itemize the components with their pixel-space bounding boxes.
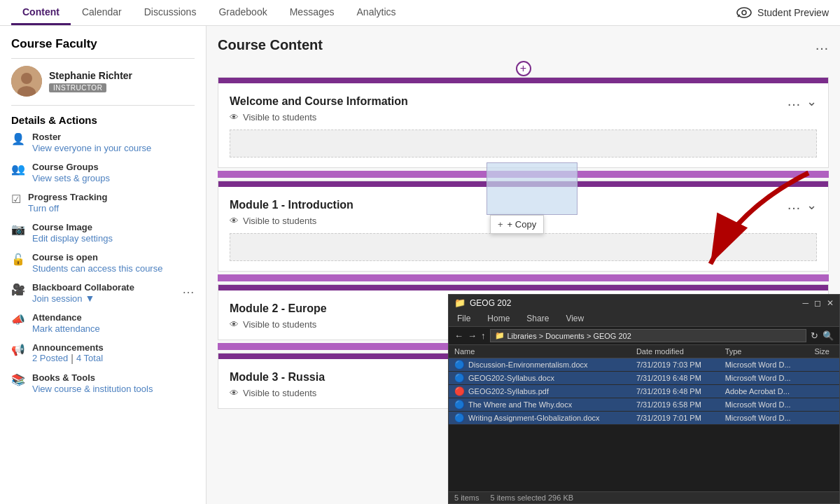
module-1-more[interactable]: … <box>787 197 801 213</box>
module-welcome-body: Welcome and Course Information … ⌄ 👁 Vis… <box>218 83 828 167</box>
student-preview-button[interactable]: Student Preview <box>736 7 829 18</box>
file-row[interactable]: 🔵 GEOG202-Syllabus.docx 7/31/2019 6:48 P… <box>449 372 839 385</box>
action-progress-content: Progress Tracking Turn off <box>28 192 107 214</box>
address-text: Libraries > Documents > GEOG 202 <box>507 332 631 340</box>
file-row[interactable]: 🔵 The Where and The Why.docx 7/31/2019 6… <box>449 398 839 412</box>
collab-dropdown-icon[interactable]: ▼ <box>85 293 95 304</box>
groups-link[interactable]: View sets & groups <box>32 173 110 183</box>
instructor-block: Stephanie Richter INSTRUCTOR <box>11 66 195 97</box>
roster-link[interactable]: View everyone in your course <box>32 143 151 153</box>
file-name: 🔵 GEOG202-Syllabus.docx <box>449 372 631 385</box>
tab-analytics[interactable]: Analytics <box>346 1 407 25</box>
video-icon: 🎥 <box>11 283 25 296</box>
file-date: 7/31/2019 6:48 PM <box>631 385 720 398</box>
module-welcome-visibility: 👁 Visible to students <box>230 112 817 122</box>
file-type: Adobe Acrobat D... <box>720 385 809 398</box>
explorer-nav: ← → ↑ 📁 Libraries > Documents > GEOG 202… <box>449 327 839 345</box>
explorer-statusbar: 5 items 5 items selected 296 KB <box>449 491 839 503</box>
nav-up-button[interactable]: ↑ <box>481 330 486 341</box>
module-welcome: Welcome and Course Information … ⌄ 👁 Vis… <box>218 77 829 168</box>
col-date[interactable]: Date modified <box>631 345 720 358</box>
sidebar-title: Course Faculty <box>11 37 195 51</box>
announcements-total-link[interactable]: 4 Total <box>76 353 103 364</box>
tab-calendar[interactable]: Calendar <box>71 1 133 25</box>
nav-forward-button[interactable]: → <box>468 330 477 341</box>
ribbon-tab-share[interactable]: Share <box>524 311 552 326</box>
status-items: 5 items <box>454 493 479 502</box>
module-1-name: Module 1 - Introduction <box>230 199 354 211</box>
tab-messages[interactable]: Messages <box>279 1 346 25</box>
top-navigation: Content Calendar Discussions Gradebook M… <box>0 0 840 26</box>
progress-link[interactable]: Turn off <box>28 203 59 214</box>
ribbon-tab-view[interactable]: View <box>563 311 587 326</box>
address-bar[interactable]: 📁 Libraries > Documents > GEOG 202 <box>490 329 807 342</box>
books-link[interactable]: View course & institution tools <box>32 384 153 394</box>
col-type[interactable]: Type <box>720 345 809 358</box>
instructor-name: Stephanie Richter <box>49 70 132 81</box>
action-books-content: Books & Tools View course & institution … <box>32 372 153 394</box>
ribbon-tab-home[interactable]: Home <box>484 311 512 326</box>
explorer-folder-icon: 📁 <box>454 298 465 308</box>
module-1-placeholder <box>230 233 817 261</box>
tab-gradebook[interactable]: Gradebook <box>207 1 278 25</box>
tab-discussions[interactable]: Discussions <box>133 1 208 25</box>
explorer-title: GEOG 202 <box>470 298 511 308</box>
explorer-window: 📁 GEOG 202 ─ ◻ ✕ File Home Share View ← … <box>448 294 840 504</box>
file-type: Microsoft Word D... <box>720 358 809 372</box>
add-content-button[interactable]: + <box>516 61 531 76</box>
eye-icon-2: 👁 <box>230 319 239 330</box>
module-welcome-more[interactable]: … <box>787 93 801 109</box>
file-size <box>808 358 839 372</box>
sidebar: Course Faculty Stephanie Richter INSTRUC… <box>0 26 206 504</box>
nav-search-button[interactable]: 🔍 <box>822 330 834 341</box>
groups-label: Course Groups <box>32 162 110 172</box>
eye-preview-icon <box>736 7 752 18</box>
details-actions-title: Details & Actions <box>11 114 195 126</box>
file-type: Microsoft Word D... <box>720 372 809 385</box>
action-course-groups: 👥 Course Groups View sets & groups <box>11 162 195 183</box>
content-header: Course Content … <box>218 37 829 53</box>
image-icon: 📷 <box>11 223 25 236</box>
file-row[interactable]: 🔴 GEOG202-Syllabus.pdf 7/31/2019 6:48 PM… <box>449 385 839 398</box>
col-name[interactable]: Name <box>449 345 631 358</box>
copy-tooltip[interactable]: + + Copy <box>490 215 544 234</box>
minimize-button[interactable]: ─ <box>802 298 808 308</box>
ribbon-tab-file[interactable]: File <box>454 311 473 326</box>
announcements-posted-link[interactable]: 2 Posted <box>32 353 68 364</box>
nav-back-button[interactable]: ← <box>454 330 463 341</box>
module-2-visibility-text: Visible to students <box>243 319 316 330</box>
module-welcome-top: Welcome and Course Information … ⌄ <box>230 93 817 109</box>
file-list: 🔵 Discussion-Environmentalism.docx 7/31/… <box>449 358 839 425</box>
close-button[interactable]: ✕ <box>827 298 834 308</box>
collab-more-button[interactable]: … <box>182 282 195 297</box>
content-more-button[interactable]: … <box>815 37 829 53</box>
module-welcome-chevron[interactable]: ⌄ <box>806 94 817 109</box>
module-3-visibility-text: Visible to students <box>243 388 316 398</box>
sidebar-divider <box>11 58 195 59</box>
attendance-icon: 📣 <box>11 313 25 326</box>
file-date: 7/31/2019 7:01 PM <box>631 412 720 425</box>
eye-icon-3: 👁 <box>230 388 239 398</box>
nav-refresh-button[interactable]: ↻ <box>811 330 818 341</box>
tab-content[interactable]: Content <box>11 1 71 25</box>
action-roster: 👤 Roster View everyone in your course <box>11 132 195 153</box>
copy-label: + Copy <box>507 219 537 230</box>
avatar-image <box>11 66 42 97</box>
image-link[interactable]: Edit display settings <box>32 233 113 244</box>
content-area: Course Content … + Welcome and Course In… <box>206 26 840 504</box>
copy-plus-icon: + <box>498 219 503 230</box>
attendance-link[interactable]: Mark attendance <box>32 323 100 334</box>
file-row[interactable]: 🔵 Writing Assignment-Globalization.docx … <box>449 412 839 425</box>
file-row[interactable]: 🔵 Discussion-Environmentalism.docx 7/31/… <box>449 358 839 372</box>
instructor-info: Stephanie Richter INSTRUCTOR <box>49 70 132 92</box>
collab-join-link[interactable]: Join session <box>32 293 83 304</box>
nav-tabs: Content Calendar Discussions Gradebook M… <box>11 1 407 25</box>
word-file-icon: 🔵 <box>454 373 465 383</box>
module-1-chevron[interactable]: ⌄ <box>806 197 817 213</box>
course-open-link[interactable]: Students can access this course <box>32 263 162 274</box>
image-label: Course Image <box>32 222 113 232</box>
maximize-button[interactable]: ◻ <box>814 298 821 308</box>
col-size[interactable]: Size <box>808 345 839 358</box>
action-collab-content: Blackboard Collaborate Join session ▼ <box>32 282 175 304</box>
file-name: 🔵 Discussion-Environmentalism.docx <box>449 358 631 372</box>
